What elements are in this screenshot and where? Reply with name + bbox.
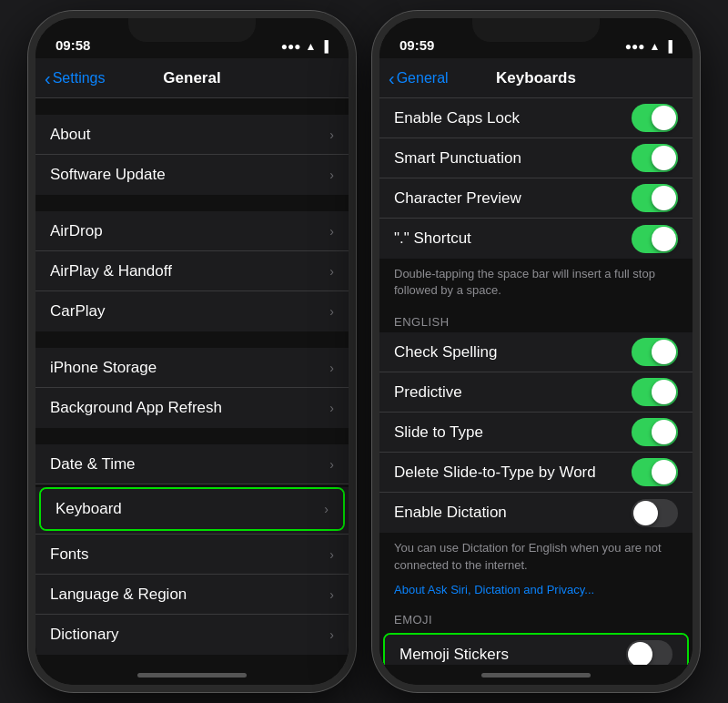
back-label-right: General [397,70,449,87]
settings-group-1: About › Software Update › [35,115,349,195]
list-item[interactable]: Enable Caps Lock [379,98,693,138]
list-item[interactable]: Smart Punctuation [379,138,693,178]
screen-content-left: About › Software Update › AirDrop [35,98,349,665]
wifi-icon: ▲ [650,40,661,53]
page-title-left: General [163,69,220,87]
list-item[interactable]: CarPlay › [35,291,349,331]
list-item[interactable]: AirPlay & Handoff › [35,251,349,291]
chevron-icon: › [329,264,334,279]
nav-bar-right: ‹ General Keyboards [379,58,693,98]
list-item[interactable]: Background App Refresh › [35,388,349,428]
check-spelling-toggle[interactable] [632,338,678,366]
nav-bar-left: ‹ Settings General [35,58,349,98]
dictation-info-text: You can use Dictation for English when y… [379,533,693,582]
status-time-right: 09:59 [399,37,434,53]
predictive-toggle[interactable] [632,378,678,406]
list-item[interactable]: Dictionary › [35,615,349,655]
chevron-icon: › [329,127,334,142]
home-indicator-left [35,665,349,685]
delete-slide-toggle[interactable] [632,458,678,486]
chevron-icon: › [324,502,329,516]
keyboard-row[interactable]: Keyboard › [41,489,343,529]
battery-icon: ▐ [664,40,672,53]
settings-group-2: AirDrop › AirPlay & Handoff › CarPlay › [35,211,349,331]
caps-lock-toggle[interactable] [632,104,678,132]
chevron-icon: › [329,401,334,415]
smart-punctuation-toggle[interactable] [632,144,678,172]
list-item[interactable]: Check Spelling [379,332,693,372]
list-item[interactable]: Delete Slide-to-Type by Word [379,453,693,493]
page-title-right: Keyboards [496,69,576,87]
chevron-icon: › [329,627,334,642]
back-arrow-right: ‹ [389,69,395,87]
emoji-section-label: EMOJI [379,606,693,630]
chevron-icon: › [329,168,334,182]
settings-group-4: Date & Time › Keyboard › [35,444,349,655]
back-label-left: Settings [53,70,106,87]
back-arrow-left: ‹ [45,69,51,87]
left-phone: 09:58 ●●● ▲ ▐ ‹ Settings General [28,11,356,692]
wifi-icon: ▲ [306,40,317,53]
chevron-icon: › [329,304,334,319]
home-indicator-right [379,665,693,685]
list-item[interactable]: AirDrop › [35,211,349,251]
english-section-label: ENGLISH [379,308,693,332]
list-item[interactable]: About › [35,115,349,155]
list-item[interactable]: Slide to Type [379,413,693,453]
signal-icon: ●●● [281,40,301,53]
list-item[interactable]: Date & Time › [35,444,349,484]
list-item[interactable]: iPhone Storage › [35,348,349,388]
list-item[interactable]: Predictive [379,372,693,413]
notch-right [472,18,600,42]
chevron-icon: › [329,457,334,472]
dictation-link[interactable]: About Ask Siri, Dictation and Privacy... [379,583,693,606]
home-bar-left [137,673,247,678]
settings-group-3: iPhone Storage › Background App Refresh … [35,348,349,428]
battery-icon: ▐ [320,40,329,53]
settings-group-top: Enable Caps Lock Smart Punctuation [379,98,693,259]
home-bar-right [481,673,591,678]
screen-content-right: Enable Caps Lock Smart Punctuation [379,98,693,665]
back-button-left[interactable]: ‹ Settings [45,69,105,87]
character-preview-toggle[interactable] [632,184,678,212]
chevron-icon: › [329,361,334,375]
status-icons-left: ●●● ▲ ▐ [281,40,329,53]
chevron-icon: › [329,587,334,602]
enable-dictation-toggle[interactable] [632,499,678,527]
memoji-stickers-toggle[interactable] [626,640,672,665]
chevron-icon: › [329,547,334,562]
settings-group-english: Check Spelling Predictive [379,332,693,533]
list-item[interactable]: Character Preview [379,178,693,219]
status-time-left: 09:58 [56,37,90,53]
list-item[interactable]: Enable Dictation [379,493,693,533]
memoji-stickers-row[interactable]: Memoji Stickers [385,635,687,665]
back-button-right[interactable]: ‹ General [389,69,449,87]
shortcut-info-text: Double-tapping the space bar will insert… [379,259,693,308]
right-phone: 09:59 ●●● ▲ ▐ ‹ General Keyboards [372,11,700,692]
chevron-icon: › [329,224,334,239]
status-icons-right: ●●● ▲ ▐ [625,40,672,53]
list-item[interactable]: "." Shortcut [379,219,693,259]
shortcut-toggle[interactable] [632,225,678,253]
list-item[interactable]: Software Update › [35,155,349,195]
signal-icon: ●●● [625,40,645,53]
list-item[interactable]: Language & Region › [35,575,349,615]
notch-left [128,18,256,42]
slide-to-type-toggle[interactable] [632,418,678,446]
list-item[interactable]: Fonts › [35,535,349,575]
